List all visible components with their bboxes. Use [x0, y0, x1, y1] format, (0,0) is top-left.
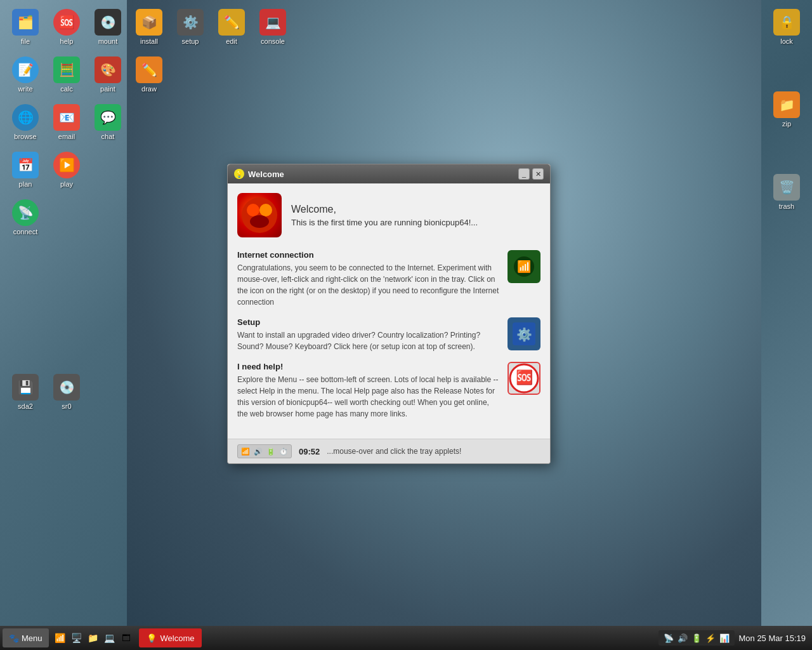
system-tray: 📡 🔊 🔋 ⚡ 📊: [658, 630, 735, 646]
footer-volume: 🔊: [252, 446, 264, 457]
menu-button[interactable]: 🐾 Menu: [3, 628, 49, 647]
plan-icon: 📅: [12, 152, 39, 178]
play-icon: ▶️: [53, 152, 80, 178]
welcome-line1: Welcome,: [291, 204, 478, 215]
icon-zip[interactable]: 📁 zip: [768, 89, 806, 130]
dialog-controls: _ ✕: [518, 168, 544, 180]
zip-icon: 📁: [773, 91, 800, 118]
help-action-icon[interactable]: 🆘: [508, 362, 540, 395]
svg-point-2: [259, 204, 272, 216]
taskbar-right: 📡 🔊 🔋 ⚡ 📊 Mon 25 Mar 15:19: [658, 630, 809, 646]
tray-power-icon[interactable]: ⚡: [704, 632, 717, 644]
write-icon: 📝: [12, 56, 39, 83]
taskbar: 🐾 Menu 📶 🖥️ 📁 💻 🗔 💡 Welcome 📡 🔊 🔋 ⚡ 📊 Mo…: [0, 626, 812, 650]
dialog-section-help: I need help! Explore the Menu -- see bot…: [237, 362, 540, 420]
dialog-title-text: Welcome: [248, 169, 284, 179]
dialog-close-button[interactable]: ✕: [532, 168, 544, 180]
welcome-taskbar-button[interactable]: 💡 Welcome: [139, 628, 202, 647]
setup-action-icon[interactable]: ⚙️: [508, 317, 540, 350]
icon-chat[interactable]: 💬 chat: [89, 102, 127, 143]
icon-console-label: console: [261, 37, 285, 45]
section-help-body: Explore the Menu -- see bottom-left of s…: [237, 374, 501, 420]
icon-row-1: 🗂️ file 🆘 help 💿 mount 📦 install ⚙️ setu…: [6, 6, 292, 48]
icon-connect[interactable]: 📡 connect: [6, 197, 44, 238]
icon-play-label: play: [60, 180, 73, 188]
icon-console[interactable]: 💻 console: [254, 6, 292, 48]
chat-icon: 💬: [95, 104, 121, 131]
footer-tray: 📶 🔊 🔋 ⏱️: [237, 444, 292, 458]
icon-edit[interactable]: ✏️ edit: [213, 6, 251, 48]
icon-draw-label: draw: [141, 85, 157, 93]
connect-icon: 📡: [12, 199, 39, 226]
icon-setup-label: setup: [182, 37, 199, 45]
icon-paint-label: paint: [100, 85, 115, 93]
taskbar-monitor-icon[interactable]: 🖥️: [69, 630, 84, 646]
icon-paint[interactable]: 🎨 paint: [89, 54, 127, 95]
icon-row-2: 📝 write 🧮 calc 🎨 paint ✏️ draw: [6, 54, 292, 95]
icon-plan[interactable]: 📅 plan: [6, 149, 44, 190]
dialog-minimize-button[interactable]: _: [518, 168, 530, 180]
section-setup-text: Setup Want to install an upgraded video …: [237, 317, 501, 352]
taskbar-window-icon[interactable]: 🗔: [119, 630, 134, 646]
icon-edit-label: edit: [226, 37, 237, 45]
icon-lock-label: lock: [780, 37, 793, 45]
section-internet-title: Internet connection: [237, 250, 501, 260]
tray-sound-icon[interactable]: 🔊: [676, 632, 689, 644]
welcome-line2: This is the first time you are running b…: [291, 218, 478, 227]
footer-hint: ...mouse-over and click the tray applets…: [327, 447, 461, 456]
icon-draw[interactable]: ✏️ draw: [130, 54, 168, 95]
icon-file-label: file: [21, 37, 30, 45]
icon-sr0-label: sr0: [62, 402, 71, 410]
install-icon: 📦: [136, 9, 162, 36]
icon-setup[interactable]: ⚙️ setup: [171, 6, 209, 48]
icon-play[interactable]: ▶️ play: [48, 149, 86, 190]
tray-apps-icon[interactable]: 📊: [718, 632, 731, 644]
icon-browse[interactable]: 🌐 browse: [6, 102, 44, 143]
icon-help[interactable]: 🆘 help: [48, 6, 86, 48]
icon-calc[interactable]: 🧮 calc: [48, 54, 86, 95]
icon-zip-label: zip: [782, 120, 791, 128]
draw-icon: ✏️: [136, 56, 162, 83]
dialog-footer: 📶 🔊 🔋 ⏱️ 09:52 ...mouse-over and click t…: [228, 439, 550, 463]
section-setup-title: Setup: [237, 317, 501, 327]
trash-icon: 🗑️: [773, 174, 800, 201]
paint-icon: 🎨: [95, 56, 121, 83]
lock-icon: 🔒: [773, 9, 800, 36]
desktop: 🗂️ file 🆘 help 💿 mount 📦 install ⚙️ setu…: [0, 0, 812, 650]
svg-point-1: [247, 204, 259, 216]
icon-write-label: write: [18, 85, 32, 93]
welcome-taskbar-label: Welcome: [160, 633, 195, 643]
icon-file[interactable]: 🗂️ file: [6, 6, 44, 48]
network-icon[interactable]: 📶: [508, 250, 540, 283]
footer-clock-small: ⏱️: [278, 446, 289, 457]
icon-trash[interactable]: 🗑️ trash: [768, 171, 806, 213]
welcome-taskbar-icon: 💡: [147, 633, 157, 643]
icon-email[interactable]: 📧 email: [48, 102, 86, 143]
tray-battery-icon[interactable]: 🔋: [690, 632, 703, 644]
icon-mount[interactable]: 💿 mount: [89, 6, 127, 48]
taskbar-tray-icons: 📶 🖥️ 📁 💻 🗔: [53, 630, 134, 646]
help-icon: 🆘: [53, 9, 80, 36]
icon-write[interactable]: 📝 write: [6, 54, 44, 95]
dialog-titlebar: 💡 Welcome _ ✕: [228, 164, 550, 183]
icon-connect-label: connect: [13, 228, 38, 235]
taskbar-terminal-icon[interactable]: 💻: [102, 630, 117, 646]
dialog-title-left: 💡 Welcome: [234, 169, 284, 179]
icon-lock[interactable]: 🔒 lock: [768, 6, 806, 48]
icon-mount-label: mount: [98, 37, 118, 45]
icon-install[interactable]: 📦 install: [130, 6, 168, 48]
file-icon: 🗂️: [12, 9, 39, 36]
taskbar-wifi-icon[interactable]: 📶: [53, 630, 68, 646]
icon-email-label: email: [58, 133, 75, 140]
icon-sda2[interactable]: 💾 sda2: [6, 371, 44, 413]
browse-icon: 🌐: [12, 104, 39, 131]
taskbar-folder-icon[interactable]: 📁: [86, 630, 101, 646]
welcome-dialog: 💡 Welcome _ ✕ Welc: [227, 164, 551, 464]
footer-wifi: 📶: [240, 446, 251, 457]
calc-icon: 🧮: [53, 56, 80, 83]
tray-network-icon[interactable]: 📡: [662, 632, 675, 644]
svg-text:📶: 📶: [517, 260, 532, 274]
footer-battery: 🔋: [265, 446, 277, 457]
section-internet-body: Congratulations, you seem to be connecte…: [237, 262, 501, 308]
icon-sr0[interactable]: 💿 sr0: [48, 371, 86, 413]
